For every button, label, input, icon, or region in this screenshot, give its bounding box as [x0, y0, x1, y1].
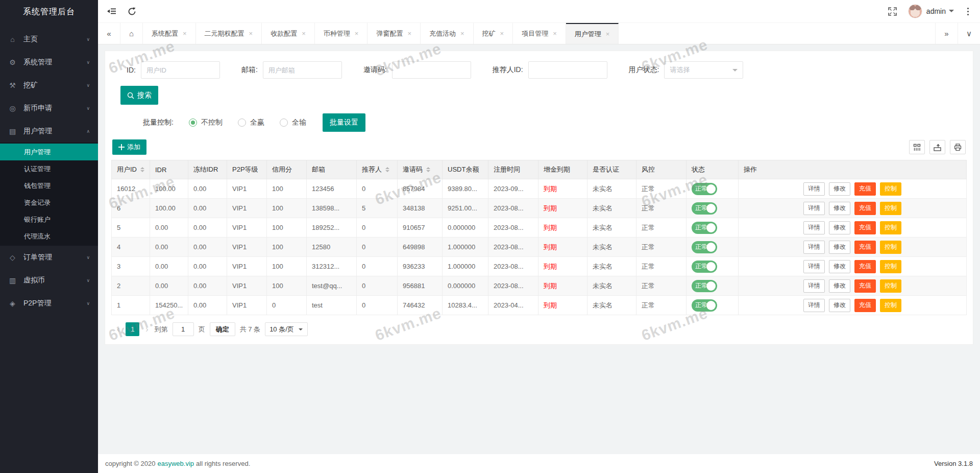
row-action-recharge-button[interactable]: 充值: [854, 182, 876, 196]
row-action-edit-button[interactable]: 修改: [829, 182, 850, 196]
row-action-control-button[interactable]: 控制: [880, 221, 901, 234]
tab-8[interactable]: 用户管理×: [566, 23, 619, 44]
row-action-recharge-button[interactable]: 充值: [854, 202, 876, 215]
col-header-0[interactable]: 用户ID: [112, 160, 150, 179]
home-tab[interactable]: ⌂: [120, 23, 143, 44]
row-action-edit-button[interactable]: 修改: [829, 241, 850, 254]
tabs-menu-icon[interactable]: ∨: [958, 23, 980, 44]
sidebar-subitem-4-3[interactable]: 资金记录: [0, 194, 98, 211]
close-icon[interactable]: ×: [500, 30, 504, 37]
row-action-control-button[interactable]: 控制: [880, 279, 901, 293]
row-action-recharge-button[interactable]: 充值: [854, 279, 876, 293]
row-action-control-button[interactable]: 控制: [880, 202, 901, 215]
email-input[interactable]: [263, 61, 342, 79]
sidebar-item-0[interactable]: ⌂主页∨: [0, 28, 98, 51]
row-action-detail-button[interactable]: 详情: [803, 260, 825, 273]
tab-1[interactable]: 二元期权配置×: [196, 23, 262, 44]
tab-3[interactable]: 币种管理×: [315, 23, 368, 44]
row-action-recharge-button[interactable]: 充值: [854, 241, 876, 254]
close-icon[interactable]: ×: [407, 30, 411, 37]
avatar[interactable]: [908, 4, 922, 18]
row-action-recharge-button[interactable]: 充值: [854, 260, 876, 273]
close-icon[interactable]: ×: [249, 30, 253, 37]
print-icon[interactable]: [950, 140, 966, 154]
tabs-scroll-left-icon[interactable]: «: [98, 23, 120, 44]
tab-6[interactable]: 挖矿×: [474, 23, 513, 44]
status-toggle[interactable]: 正常: [692, 202, 717, 215]
tabs-scroll-right-icon[interactable]: »: [935, 23, 958, 44]
col-header-6[interactable]: 推荐人: [357, 160, 398, 179]
tab-4[interactable]: 弹窗配置×: [368, 23, 421, 44]
sort-icon[interactable]: [140, 165, 144, 174]
more-menu-icon[interactable]: [965, 6, 971, 17]
sidebar-subitem-4-5[interactable]: 代理流水: [0, 228, 98, 245]
tab-7[interactable]: 项目管理×: [513, 23, 566, 44]
row-action-detail-button[interactable]: 详情: [803, 299, 825, 312]
status-toggle[interactable]: 正常: [692, 261, 717, 273]
sidebar-subitem-4-1[interactable]: 认证管理: [0, 160, 98, 177]
row-action-edit-button[interactable]: 修改: [829, 202, 850, 215]
sidebar-subitem-4-2[interactable]: 钱包管理: [0, 177, 98, 194]
goto-page-input[interactable]: [173, 322, 194, 336]
page-1-button[interactable]: 1: [126, 322, 139, 336]
refresh-icon[interactable]: [128, 7, 136, 16]
row-action-recharge-button[interactable]: 充值: [854, 299, 876, 312]
sidebar-subitem-4-0[interactable]: 用户管理: [0, 144, 98, 160]
sidebar-subitem-4-4[interactable]: 银行账户: [0, 211, 98, 228]
columns-filter-icon[interactable]: [909, 140, 925, 154]
goto-confirm-button[interactable]: 确定: [210, 322, 235, 336]
row-action-control-button[interactable]: 控制: [880, 260, 901, 273]
prev-page-icon[interactable]: ‹: [115, 325, 121, 334]
row-action-control-button[interactable]: 控制: [880, 182, 901, 196]
close-icon[interactable]: ×: [355, 30, 359, 37]
row-action-edit-button[interactable]: 修改: [829, 299, 850, 312]
row-action-detail-button[interactable]: 详情: [803, 202, 825, 215]
invite-code-input[interactable]: [392, 61, 471, 79]
user-menu[interactable]: admin: [926, 7, 954, 15]
close-icon[interactable]: ×: [302, 30, 306, 37]
export-icon[interactable]: [929, 140, 945, 154]
row-action-detail-button[interactable]: 详情: [803, 182, 825, 196]
tab-0[interactable]: 系统配置×: [143, 23, 196, 44]
status-toggle[interactable]: 正常: [692, 183, 717, 195]
fullscreen-icon[interactable]: [888, 7, 897, 16]
id-input[interactable]: [141, 61, 220, 79]
batch-set-button[interactable]: 批量设置: [323, 113, 365, 132]
row-action-detail-button[interactable]: 详情: [803, 241, 825, 254]
sidebar-item-5[interactable]: ◇订单管理∨: [0, 246, 98, 269]
row-action-control-button[interactable]: 控制: [880, 299, 901, 312]
row-action-edit-button[interactable]: 修改: [829, 279, 850, 293]
sidebar-item-4[interactable]: ▤用户管理∧: [0, 120, 98, 143]
user-status-select[interactable]: 请选择: [664, 61, 743, 79]
status-toggle[interactable]: 正常: [692, 280, 717, 292]
close-icon[interactable]: ×: [606, 30, 610, 38]
close-icon[interactable]: ×: [553, 30, 557, 37]
row-action-control-button[interactable]: 控制: [880, 241, 901, 254]
row-action-edit-button[interactable]: 修改: [829, 260, 850, 273]
footer-link[interactable]: easyweb.vip: [157, 460, 194, 467]
status-toggle[interactable]: 正常: [692, 222, 717, 234]
sidebar-item-1[interactable]: ⚙系统管理∨: [0, 51, 98, 74]
add-button[interactable]: 添加: [112, 139, 146, 155]
status-toggle[interactable]: 正常: [692, 299, 717, 312]
sidebar-item-6[interactable]: ▥虚拟币∨: [0, 269, 98, 292]
close-icon[interactable]: ×: [183, 30, 187, 37]
radio-all-lose[interactable]: 全输: [280, 118, 306, 127]
radio-all-win[interactable]: 全赢: [238, 118, 264, 127]
row-action-recharge-button[interactable]: 充值: [854, 221, 876, 234]
close-icon[interactable]: ×: [460, 30, 464, 37]
tab-5[interactable]: 充值活动×: [421, 23, 474, 44]
collapse-sidebar-icon[interactable]: [107, 7, 116, 15]
sidebar-item-7[interactable]: ◈P2P管理∨: [0, 292, 98, 315]
status-toggle[interactable]: 正常: [692, 241, 717, 253]
sidebar-item-2[interactable]: ⚒挖矿∨: [0, 74, 98, 97]
referrer-id-input[interactable]: [528, 61, 607, 79]
radio-no-control[interactable]: 不控制: [189, 118, 223, 127]
page-size-select[interactable]: 10 条/页: [265, 322, 308, 336]
col-header-7[interactable]: 邀请码: [398, 160, 443, 179]
row-action-edit-button[interactable]: 修改: [829, 221, 850, 234]
sidebar-item-3[interactable]: ◎新币申请∨: [0, 97, 98, 120]
row-action-detail-button[interactable]: 详情: [803, 279, 825, 293]
row-action-detail-button[interactable]: 详情: [803, 221, 825, 234]
search-button[interactable]: 搜索: [120, 86, 158, 105]
